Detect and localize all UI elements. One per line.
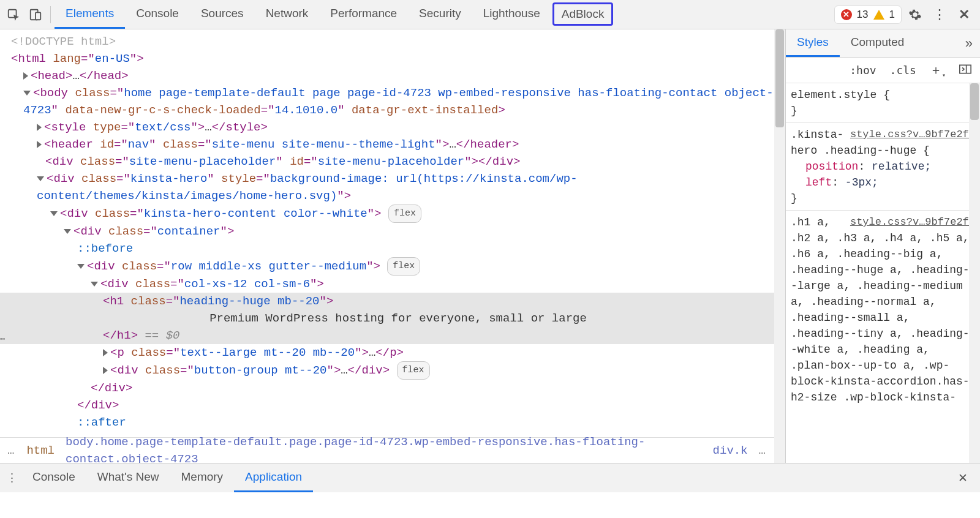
dom-head[interactable]: <head>…</head> xyxy=(11,67,785,84)
svg-rect-2 xyxy=(36,12,40,20)
dom-container[interactable]: <div class="container"> xyxy=(11,223,785,240)
tab-security[interactable]: Security xyxy=(408,0,472,29)
dom-html-open[interactable]: <html lang="en-US"> xyxy=(11,50,785,67)
workspace: ⋯ <!DOCTYPE html> <html lang="en-US"> <h… xyxy=(0,29,980,463)
drawer-tab-console[interactable]: Console xyxy=(21,464,86,492)
kebab-menu-icon[interactable]: ⋮ xyxy=(929,4,951,26)
crumb-div[interactable]: div.k xyxy=(713,442,748,459)
css-declaration[interactable]: left: -3px; xyxy=(791,175,975,190)
main-tabs: Elements Console Sources Network Perform… xyxy=(55,0,614,29)
close-icon[interactable]: ✕ xyxy=(953,4,975,26)
dom-after[interactable]: ::after xyxy=(11,414,785,431)
tab-adblock[interactable]: AdBlock xyxy=(552,2,614,26)
dom-col[interactable]: <div class="col-xs-12 col-sm-6"> xyxy=(11,276,785,293)
drawer-tab-memory[interactable]: Memory xyxy=(170,464,234,492)
styles-scrollbar[interactable] xyxy=(969,83,980,463)
expand-icon[interactable] xyxy=(23,72,28,80)
css-declaration[interactable]: position: relative; xyxy=(791,159,975,175)
topbar-right: ✕ 13 1 ⋮ ✕ xyxy=(834,4,975,26)
dom-header[interactable]: <header id="nav" class="site-menu site-m… xyxy=(11,136,785,153)
dom-p[interactable]: <p class="text--large mt--20 mb--20">…</… xyxy=(11,344,785,361)
source-link[interactable]: style.css?v…9bf7e2f… xyxy=(850,127,975,143)
warning-count: 1 xyxy=(889,9,895,21)
tab-network[interactable]: Network xyxy=(255,0,320,29)
collapse-icon[interactable] xyxy=(77,264,85,269)
collapse-icon[interactable] xyxy=(37,176,44,181)
error-icon: ✕ xyxy=(841,9,852,20)
dom-selected-node[interactable]: <h1 class="heading--huge mb--20"> Premiu… xyxy=(0,293,785,344)
dom-style[interactable]: <style type="text/css">…</style> xyxy=(11,119,785,136)
tab-styles[interactable]: Styles xyxy=(786,29,840,57)
dom-scrollbar[interactable] xyxy=(774,29,785,463)
breadcrumb-overflow[interactable]: … xyxy=(759,442,767,459)
more-tabs-icon[interactable]: » xyxy=(958,36,980,51)
svg-rect-3 xyxy=(960,65,971,73)
styles-toolbar: :hov .cls ＋▾ xyxy=(786,58,980,83)
tab-sources[interactable]: Sources xyxy=(190,0,255,29)
tab-console[interactable]: Console xyxy=(125,0,190,29)
cls-toggle[interactable]: .cls xyxy=(886,62,920,78)
device-toolbar-icon[interactable] xyxy=(24,4,47,26)
breadcrumb[interactable]: … html body.home.page-template-default.p… xyxy=(0,437,774,463)
tab-computed[interactable]: Computed xyxy=(840,29,916,57)
dom-kinsta-hero[interactable]: <div class="kinsta-hero" style="backgrou… xyxy=(11,170,785,205)
styles-rules[interactable]: element.style { } style.css?v…9bf7e2f… .… xyxy=(786,83,980,463)
tab-elements[interactable]: Elements xyxy=(55,0,125,29)
inspect-element-icon[interactable] xyxy=(2,4,24,26)
expand-icon[interactable] xyxy=(37,141,42,148)
rule-separator xyxy=(786,122,980,123)
scroll-thumb[interactable] xyxy=(970,83,979,120)
rule-element-style[interactable]: element.style { xyxy=(791,87,975,103)
dom-h1-text: Premium WordPress hosting for everyone, … xyxy=(209,312,587,325)
devtools-topbar: Elements Console Sources Network Perform… xyxy=(0,0,980,29)
issue-counter[interactable]: ✕ 13 1 xyxy=(834,6,902,24)
drawer-tab-application[interactable]: Application xyxy=(234,464,313,492)
dom-site-menu-placeholder[interactable]: <div class="site-menu-placeholder" id="s… xyxy=(11,153,785,170)
crumb-html[interactable]: html xyxy=(26,442,55,459)
dom-hero-content[interactable]: <div class="kinsta-hero-content color--w… xyxy=(11,205,785,223)
toggle-pane-icon[interactable] xyxy=(956,62,975,78)
rule-selector-long[interactable]: .h1 a, .h2 a, .h3 a, .h4 a, .h5 a, .h6 a… xyxy=(791,214,975,405)
error-count: 13 xyxy=(857,9,869,21)
hov-toggle[interactable]: :hov xyxy=(846,62,880,78)
dom-close-div[interactable]: </div> xyxy=(11,380,785,397)
drawer-tab-whatsnew[interactable]: What's New xyxy=(86,464,170,492)
sidebar-tabs: Styles Computed » xyxy=(786,29,980,58)
flex-badge[interactable]: flex xyxy=(388,205,421,223)
breadcrumb-overflow[interactable]: … xyxy=(7,442,15,459)
collapse-icon[interactable] xyxy=(23,91,31,96)
dollar-zero-hint: == $0 xyxy=(138,329,179,342)
flex-badge[interactable]: flex xyxy=(397,361,430,380)
new-rule-button[interactable]: ＋▾ xyxy=(926,61,949,80)
divider xyxy=(50,6,51,23)
styles-pane: Styles Computed » :hov .cls ＋▾ element.s… xyxy=(785,29,980,463)
collapse-icon[interactable] xyxy=(91,282,98,287)
flex-badge[interactable]: flex xyxy=(387,257,420,276)
selection-gutter-icon: ⋯ xyxy=(0,331,7,348)
drawer-close-icon[interactable]: ✕ xyxy=(952,467,974,489)
scroll-thumb[interactable] xyxy=(775,29,784,127)
expand-icon[interactable] xyxy=(103,349,108,356)
dom-tree-pane[interactable]: ⋯ <!DOCTYPE html> <html lang="en-US"> <h… xyxy=(0,29,785,463)
collapse-icon[interactable] xyxy=(64,229,71,234)
source-link[interactable]: style.css?v…9bf7e2f… xyxy=(850,214,975,230)
expand-icon[interactable] xyxy=(103,367,108,374)
crumb-body[interactable]: body.home.page-template-default.page.pag… xyxy=(66,434,702,464)
warning-icon xyxy=(873,10,884,20)
collapse-icon[interactable] xyxy=(50,211,58,216)
expand-icon[interactable] xyxy=(37,124,42,131)
dom-doctype[interactable]: <!DOCTYPE html> xyxy=(11,33,785,50)
dom-row[interactable]: <div class="row middle-xs gutter--medium… xyxy=(11,257,785,276)
tab-lighthouse[interactable]: Lighthouse xyxy=(472,0,551,29)
drawer-menu-icon[interactable]: ⋮ xyxy=(6,471,21,485)
drawer: ⋮ Console What's New Memory Application … xyxy=(0,463,980,492)
dom-body-open[interactable]: <body class="home page-template-default … xyxy=(11,84,785,119)
rule-separator xyxy=(786,210,980,211)
gear-icon[interactable] xyxy=(904,4,926,26)
dom-before[interactable]: ::before xyxy=(11,240,785,257)
dom-close-div[interactable]: </div> xyxy=(11,397,785,414)
tab-performance[interactable]: Performance xyxy=(319,0,408,29)
dom-button-group[interactable]: <div class="button-group mt--20">…</div>… xyxy=(11,361,785,380)
